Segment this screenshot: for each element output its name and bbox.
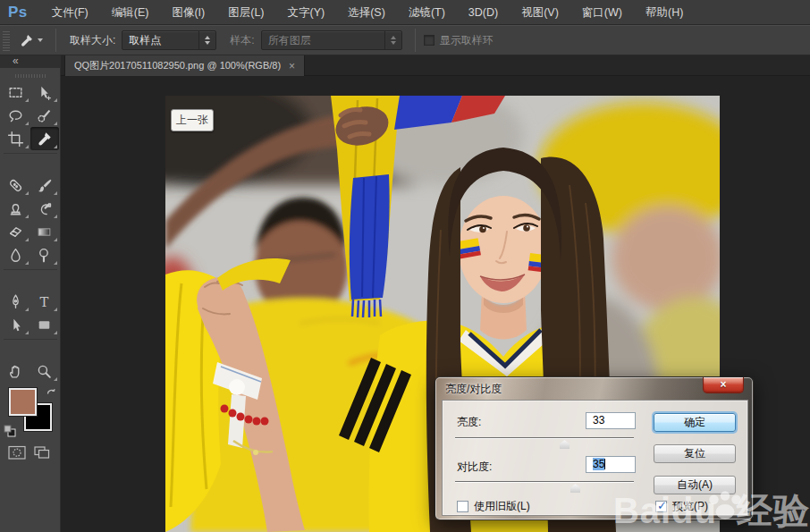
menu-item-edit[interactable]: 编辑(E): [100, 0, 161, 25]
menu-item-filter[interactable]: 滤镜(T): [397, 0, 457, 25]
dialog-close-button[interactable]: ×: [703, 377, 744, 393]
slider-thumb[interactable]: [560, 440, 570, 449]
sample-size-select[interactable]: 取样点: [122, 30, 216, 50]
tool-quick-select[interactable]: [30, 104, 59, 127]
panel-collapse-button[interactable]: «: [0, 55, 60, 68]
close-icon[interactable]: ×: [289, 60, 295, 72]
text-caret: [604, 459, 605, 469]
document-tab-title: QQ图片20170511082950.png @ 100%(RGB/8): [74, 59, 281, 72]
brightness-value: 33: [593, 414, 604, 426]
quick-mask-icon[interactable]: [8, 445, 27, 460]
tool-dodge[interactable]: [30, 243, 59, 266]
tool-move[interactable]: [30, 80, 59, 104]
crop-icon: [7, 131, 24, 148]
tool-gradient[interactable]: [30, 220, 59, 243]
sample-size-value: 取样点: [129, 33, 161, 48]
gradient-icon: [36, 224, 53, 241]
menu-item-window[interactable]: 窗口(W): [570, 0, 634, 25]
photoshop-window: Ps 文件(F) 编辑(E) 图像(I) 图层(L) 文字(Y) 选择(S) 滤…: [0, 0, 810, 532]
shape-rect-icon: [36, 317, 53, 334]
tool-shape[interactable]: [30, 313, 59, 336]
tool-pen[interactable]: [2, 290, 30, 313]
menu-item-file[interactable]: 文件(F): [40, 0, 100, 25]
blur-drop-icon: [7, 247, 24, 264]
default-colors-icon[interactable]: [4, 425, 17, 438]
tool-type[interactable]: T: [30, 290, 59, 313]
contrast-slider[interactable]: [455, 477, 634, 493]
tool-crop[interactable]: [2, 127, 30, 150]
tool-rect-marquee[interactable]: [2, 80, 30, 104]
menu-item-layer[interactable]: 图层(L): [216, 0, 275, 25]
rect-marquee-icon: [7, 84, 24, 101]
auto-label: 自动(A): [677, 477, 713, 493]
tool-brush[interactable]: [30, 173, 59, 197]
slider-thumb[interactable]: [570, 484, 580, 493]
tool-lasso[interactable]: [2, 104, 30, 127]
preview-label: 预览(P): [672, 499, 708, 514]
sample-select[interactable]: 所有图层: [261, 30, 402, 50]
slider-track[interactable]: [455, 481, 634, 483]
slider-track[interactable]: [455, 437, 634, 439]
pen-icon: [7, 293, 24, 310]
use-legacy-checkbox[interactable]: [457, 501, 468, 512]
tool-separator: [2, 150, 59, 156]
toolpanel-bottom-buttons: [0, 438, 60, 460]
swap-colors-icon[interactable]: [46, 386, 57, 398]
previous-image-button[interactable]: 上一张: [171, 109, 214, 131]
brightness-slider[interactable]: [455, 433, 634, 449]
tool-path-select[interactable]: [2, 313, 30, 336]
close-icon: ×: [720, 378, 726, 391]
screen-mode-icon[interactable]: [33, 445, 52, 460]
sample-value: 所有图层: [268, 33, 311, 48]
lasso-icon: [7, 107, 24, 124]
tool-separator: [2, 266, 59, 273]
contrast-value: 35: [593, 458, 604, 470]
tool-zoom[interactable]: [30, 359, 59, 383]
use-legacy-label: 使用旧版(L): [474, 499, 530, 514]
contrast-input[interactable]: 35: [586, 456, 636, 473]
tool-eraser[interactable]: [2, 220, 30, 243]
eyedropper-icon: [36, 131, 53, 148]
history-brush-icon: [36, 200, 53, 217]
previous-image-label: 上一张: [176, 113, 208, 128]
tool-eyedropper[interactable]: [30, 127, 59, 150]
document-tab[interactable]: QQ图片20170511082950.png @ 100%(RGB/8) ×: [64, 55, 305, 76]
tool-blur[interactable]: [2, 243, 30, 266]
eraser-icon: [7, 224, 24, 241]
tool-preset-button[interactable]: [13, 29, 47, 52]
document-tab-bar: QQ图片20170511082950.png @ 100%(RGB/8) ×: [61, 55, 810, 76]
dialog-title: 亮度/对比度: [445, 382, 502, 397]
menu-item-3d[interactable]: 3D(D): [457, 0, 510, 25]
clone-stamp-icon: [7, 200, 24, 217]
menu-item-type[interactable]: 文字(Y): [276, 0, 337, 25]
tool-hand[interactable]: [2, 359, 30, 383]
menu-item-image[interactable]: 图像(I): [160, 0, 216, 25]
chevron-down-icon: [38, 38, 43, 42]
menu-item-view[interactable]: 视图(V): [510, 0, 570, 25]
reset-button[interactable]: 复位: [654, 444, 736, 463]
color-swatches: [4, 386, 57, 438]
ok-button[interactable]: 确定: [654, 413, 736, 432]
menu-item-help[interactable]: 帮助(H): [634, 0, 695, 25]
auto-button[interactable]: 自动(A): [654, 476, 736, 494]
eyedropper-icon: [19, 33, 34, 48]
preview-checkbox-row: 预览(P): [655, 499, 708, 514]
brightness-input[interactable]: 33: [586, 412, 636, 429]
show-ring-checkbox[interactable]: [424, 35, 435, 46]
tool-healing-brush[interactable]: [2, 173, 30, 197]
hand-icon: [7, 363, 24, 380]
sample-size-label: 取样大小:: [70, 33, 115, 48]
tool-history-brush[interactable]: [30, 197, 59, 220]
tool-clone-stamp[interactable]: [2, 197, 30, 220]
dodge-icon: [36, 247, 53, 264]
panel-grip[interactable]: [15, 74, 46, 78]
contrast-label: 对比度:: [457, 460, 492, 475]
brush-icon: [36, 177, 53, 194]
reset-label: 复位: [684, 446, 705, 461]
menu-item-select[interactable]: 选择(S): [336, 0, 397, 25]
show-ring-label: 显示取样环: [440, 33, 494, 48]
healing-brush-icon: [7, 177, 24, 194]
preview-checkbox[interactable]: [655, 501, 667, 512]
photoshop-logo: Ps: [8, 4, 28, 21]
foreground-color-swatch[interactable]: [9, 388, 37, 416]
